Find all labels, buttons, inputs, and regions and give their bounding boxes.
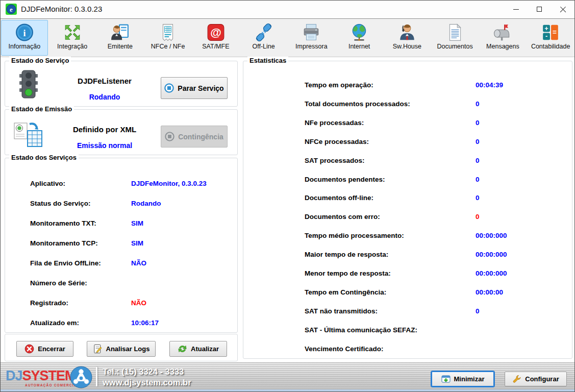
statistic-row-label: Documentos pendentes: <box>305 176 385 183</box>
close-red-icon <box>24 344 34 354</box>
close-icon <box>560 6 566 13</box>
maximize-icon <box>537 7 542 12</box>
stop-icon <box>164 83 174 93</box>
logo-system-text: SYSTEM <box>22 368 76 383</box>
statistic-row-value: 0 <box>476 307 480 315</box>
toolbar-item-mensagens[interactable]: Mensagens <box>480 20 527 56</box>
statistic-row: Vencimento Certificado: <box>243 345 572 354</box>
statistic-row-label: Menor tempo de resposta: <box>305 270 391 277</box>
globe-icon <box>350 23 368 42</box>
stop-service-button[interactable]: Parar Serviço <box>161 77 228 99</box>
toolbar-item-off-line[interactable]: Off-Line <box>240 20 287 56</box>
encerrar-label: Encerrar <box>38 345 65 353</box>
configurar-label: Configurar <box>525 375 559 383</box>
service-info-row-value: NÃO <box>131 299 146 307</box>
toolbar-item-label: NFCe / NFe <box>151 43 185 50</box>
statistic-row: Maior tempo de resposta:00:00:000 <box>243 251 572 260</box>
log-edit-icon <box>93 344 103 354</box>
statistics-group: Estatisticas Tempo em operação:00:04:39T… <box>243 61 572 359</box>
toolbar-item-label: Documentos <box>437 43 473 50</box>
statistic-row-label: Vencimento Certificado: <box>305 345 384 353</box>
service-info-row-label: Atualizado em: <box>30 319 79 327</box>
minimize-to-tray-icon <box>441 375 451 384</box>
toolbar-item-sw-house[interactable]: Sw.House <box>384 20 431 56</box>
group-title: Estado dos Serviços <box>9 154 79 161</box>
app-logo-icon: e <box>6 4 17 15</box>
statistic-row-value: 0 <box>476 194 480 202</box>
service-state-group: Estado do Serviço DJDFeListener Rodando … <box>5 61 238 107</box>
group-title: Estado do Serviço <box>9 57 71 64</box>
integration-arrows-icon <box>63 23 82 42</box>
titlebar: e DJDFeMonitor: 0.3.0.23 <box>1 1 574 19</box>
window-controls <box>504 1 574 18</box>
statistic-row-value: 0 <box>476 157 480 164</box>
service-info-row: Aplicativo:DJDFeMonitor, 0.3.0.23 <box>5 180 237 189</box>
maximize-window-button[interactable] <box>528 1 551 18</box>
toolbar-item-informacao[interactable]: iInformação <box>1 20 48 56</box>
toolbar-item-label: Impressora <box>295 43 328 50</box>
emission-status: Emissão normal <box>48 141 161 150</box>
statistic-row: Documentos pendentes:0 <box>243 176 572 185</box>
minimizar-label: Minimizar <box>454 375 485 383</box>
statistic-row-value: 0 <box>476 138 480 145</box>
info-icon: i <box>15 23 34 42</box>
mailbox-icon <box>493 23 512 42</box>
service-info-row-label: Aplicativo: <box>30 180 65 187</box>
service-info-row-label: Status do Serviço: <box>30 200 91 207</box>
statistic-row: Total documentos processados:0 <box>243 100 572 109</box>
contingency-stop-icon <box>165 132 174 141</box>
statistic-row-label: NFCe processadas: <box>305 138 369 145</box>
service-info-row: Fila de Envio OffLine:NÃO <box>5 259 237 268</box>
services-state-group: Estado dos Serviços Aplicativo:DJDFeMoni… <box>5 158 238 333</box>
service-info-row-label: Número de Série: <box>30 279 87 287</box>
toolbar-item-label: Sw.House <box>393 43 421 50</box>
atualizar-button[interactable]: Atualizar <box>169 341 227 357</box>
service-info-row-value: Rodando <box>131 200 161 207</box>
toolbar-item-label: Contabilidade <box>531 43 570 50</box>
traffic-light-icon <box>16 69 41 99</box>
minimize-window-button[interactable] <box>504 1 528 18</box>
svg-text:=: = <box>553 29 557 36</box>
wrench-icon <box>512 375 521 384</box>
service-name: DJDFeListener <box>48 77 161 85</box>
toolbar-item-contabilidade[interactable]: +-=Contabilidade <box>527 20 574 56</box>
service-info-row: Registrado:NÃO <box>5 299 237 308</box>
statistic-row-value: 00:00:00 <box>476 288 503 296</box>
toolbar-item-sat-mfe[interactable]: @SAT/MFE <box>192 20 239 56</box>
encerrar-button[interactable]: Encerrar <box>16 341 73 357</box>
toolbar-item-emitente[interactable]: Emitente <box>97 20 144 56</box>
statistic-row-label: SAT - Última comunicação SEFAZ: <box>305 326 417 334</box>
statistic-row-label: SAT processados: <box>305 157 365 164</box>
toolbar-item-documentos[interactable]: Documentos <box>432 20 479 56</box>
minimizar-button[interactable]: Minimizar <box>432 372 494 386</box>
statistic-row: SAT não transmitidos:0 <box>243 307 572 316</box>
printer-icon <box>302 23 320 42</box>
footer-website[interactable]: www.djsystem.com.br <box>103 377 191 388</box>
close-window-button[interactable] <box>551 1 574 18</box>
statistic-row-label: NFe processadas: <box>305 119 364 127</box>
service-info-row: Status do Serviço:Rodando <box>5 200 237 209</box>
xml-document-icon <box>13 121 44 148</box>
configurar-button[interactable]: Configurar <box>505 372 567 386</box>
footer-phone: Tel.: (15) 3324 - 3333 <box>103 366 191 377</box>
service-info-row-label: Monitoramento TCP: <box>30 239 98 247</box>
statistic-row-value: 0 <box>476 100 480 108</box>
svg-text:@: @ <box>210 26 221 39</box>
contingency-button[interactable]: Contingência <box>161 126 228 148</box>
service-info-row: Número de Série: <box>5 279 237 288</box>
analisar-logs-button[interactable]: Analisar Logs <box>87 341 156 357</box>
group-title: Estatisticas <box>247 57 288 64</box>
service-info-row: Monitoramento TCP:SIM <box>5 239 237 249</box>
atualizar-label: Atualizar <box>191 345 219 353</box>
toolbar-item-internet[interactable]: Internet <box>336 20 383 56</box>
statistic-row-value: 0 <box>476 213 480 220</box>
statistic-row-label: Tempo em Contingência: <box>305 288 386 296</box>
logo-dj-text: DJ <box>6 368 22 383</box>
toolbar-item-nfce-nfe[interactable]: NFCe / NFe <box>144 20 191 56</box>
group-title: Estado de Emissão <box>9 105 74 113</box>
toolbar-item-impressora[interactable]: Impressora <box>288 20 335 56</box>
toolbar-item-integracao[interactable]: Integração <box>49 20 96 56</box>
stop-service-label: Parar Serviço <box>178 84 223 92</box>
svg-text:+: + <box>544 25 548 32</box>
statistic-row-label: SAT não transmitidos: <box>305 307 378 315</box>
